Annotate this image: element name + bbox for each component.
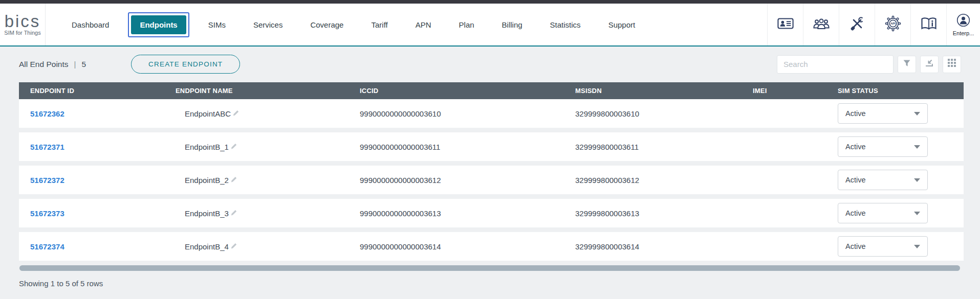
msisdn-cell: 329999800003613 [575, 199, 753, 227]
endpoint-id-link[interactable]: 51672374 [30, 242, 64, 251]
sim-status-value: Active [845, 109, 866, 118]
sim-status-dropdown[interactable]: Active [838, 170, 928, 190]
api-gear-icon: API [885, 15, 901, 34]
filter-button[interactable] [898, 56, 916, 73]
sim-status-value: Active [845, 209, 866, 217]
table-controls [777, 55, 961, 74]
list-toolbar: All End Points | 5 CREATE ENDPOINT [0, 47, 980, 82]
edit-pencil-icon[interactable] [230, 209, 237, 218]
column-header-sim-status: SIM STATUS [838, 82, 964, 99]
export-button[interactable] [920, 56, 939, 73]
column-header-msisdn: MSISDN [575, 82, 753, 99]
rows-summary: Showing 1 to 5 of 5 rows [19, 279, 980, 288]
chevron-down-icon [914, 112, 920, 116]
chevron-down-icon [914, 145, 920, 149]
tab-coverage[interactable]: Coverage [296, 20, 357, 29]
edit-pencil-icon[interactable] [232, 109, 239, 118]
iccid-cell: 9990000000000003610 [360, 99, 575, 128]
grid-icon [948, 59, 956, 70]
tab-sims[interactable]: SIMs [194, 20, 239, 29]
export-tray-icon [925, 59, 934, 70]
endpoint-name: EndpointABC [185, 109, 231, 118]
edit-pencil-icon[interactable] [230, 242, 237, 251]
id-card-icon [777, 17, 794, 32]
contact-card-button[interactable] [767, 4, 803, 45]
edit-pencil-icon[interactable] [230, 176, 237, 185]
tools-button[interactable] [839, 4, 875, 45]
brand-tagline: SIM for Things [4, 30, 40, 36]
book-info-icon [921, 17, 937, 33]
iccid-cell: 9990000000000003614 [360, 232, 575, 261]
tab-tariff[interactable]: Tariff [357, 20, 401, 29]
msisdn-cell: 329999800003610 [575, 99, 753, 128]
tools-icon [850, 16, 864, 33]
sim-status-value: Active [845, 176, 866, 184]
tab-services[interactable]: Services [239, 20, 297, 29]
endpoint-id-link[interactable]: 51672362 [30, 109, 64, 118]
tab-plan[interactable]: Plan [445, 20, 488, 29]
column-header-endpoint-id: ENDPOINT ID [19, 82, 176, 99]
sim-status-dropdown[interactable]: Active [838, 136, 928, 157]
msisdn-cell: 329999800003611 [575, 132, 753, 161]
endpoint-id-link[interactable]: 51672371 [30, 143, 64, 151]
iccid-cell: 9990000000000003613 [360, 199, 575, 227]
edit-pencil-icon[interactable] [230, 143, 237, 151]
table-row: 51672371 EndpointB_1 9990000000000003611… [19, 132, 964, 161]
table-header-row: ENDPOINT ID ENDPOINT NAME ICCID MSISDN I… [19, 82, 964, 99]
chevron-down-icon [914, 178, 920, 182]
tab-billing[interactable]: Billing [488, 20, 536, 29]
table-row: 51672373 EndpointB_3 9990000000000003613… [19, 199, 964, 227]
sim-status-value: Active [845, 143, 866, 151]
table-row: 51672362 EndpointABC 9990000000000003610… [19, 99, 964, 128]
header-icon-group: API Enterp... [767, 4, 980, 45]
endpoint-id-link[interactable]: 51672372 [30, 176, 64, 185]
user-management-button[interactable] [803, 4, 839, 45]
endpoint-name: EndpointB_1 [185, 143, 229, 151]
documentation-button[interactable] [910, 4, 946, 45]
imei-cell [753, 199, 838, 227]
main-header: bics SIM for Things Dashboard Endpoints … [0, 4, 980, 47]
horizontal-scrollbar-track [19, 265, 961, 271]
iccid-cell: 9990000000000003612 [360, 166, 575, 194]
tab-apn[interactable]: APN [402, 20, 445, 29]
sim-status-dropdown[interactable]: Active [838, 203, 928, 223]
top-strip [0, 0, 980, 4]
page-title: All End Points [19, 60, 69, 69]
endpoint-name: EndpointB_4 [185, 242, 229, 251]
horizontal-scrollbar[interactable] [19, 265, 960, 271]
title-separator: | [74, 60, 76, 68]
create-endpoint-button[interactable]: CREATE ENDPOINT [131, 55, 240, 74]
endpoint-count: 5 [81, 60, 86, 69]
tab-endpoints[interactable]: Endpoints [131, 15, 186, 34]
table-row: 51672372 EndpointB_2 9990000000000003612… [19, 166, 964, 194]
sim-status-dropdown[interactable]: Active [838, 236, 928, 257]
brand-name: bics [5, 13, 41, 29]
table-row: 51672374 EndpointB_4 9990000000000003614… [19, 232, 964, 261]
brand-logo[interactable]: bics SIM for Things [0, 4, 46, 45]
tab-statistics[interactable]: Statistics [536, 20, 595, 29]
chevron-down-icon [914, 212, 920, 215]
column-header-iccid: ICCID [360, 82, 575, 99]
imei-cell [753, 99, 838, 128]
endpoints-table: ENDPOINT ID ENDPOINT NAME ICCID MSISDN I… [19, 82, 964, 261]
svg-text:API: API [890, 22, 895, 25]
iccid-cell: 9990000000000003611 [360, 132, 575, 161]
sim-status-dropdown[interactable]: Active [838, 103, 928, 124]
api-settings-button[interactable]: API [875, 4, 910, 45]
enterprise-label: Enterp... [953, 30, 974, 36]
endpoint-id-link[interactable]: 51672373 [30, 209, 64, 218]
msisdn-cell: 329999800003612 [575, 166, 753, 194]
imei-cell [753, 132, 838, 161]
columns-grid-button[interactable] [943, 56, 961, 73]
filter-funnel-icon [903, 59, 911, 69]
tab-support[interactable]: Support [595, 20, 649, 29]
tab-dashboard[interactable]: Dashboard [58, 20, 123, 29]
imei-cell [753, 232, 838, 261]
imei-cell [753, 166, 838, 194]
search-input[interactable] [777, 55, 894, 74]
tab-endpoints-selection-border: Endpoints [128, 12, 189, 37]
chevron-down-icon [914, 245, 920, 248]
column-header-endpoint-name: ENDPOINT NAME [176, 82, 360, 99]
enterprise-account-button[interactable]: Enterp... [946, 4, 980, 45]
main-nav: Dashboard Endpoints SIMs Services Covera… [58, 4, 649, 45]
